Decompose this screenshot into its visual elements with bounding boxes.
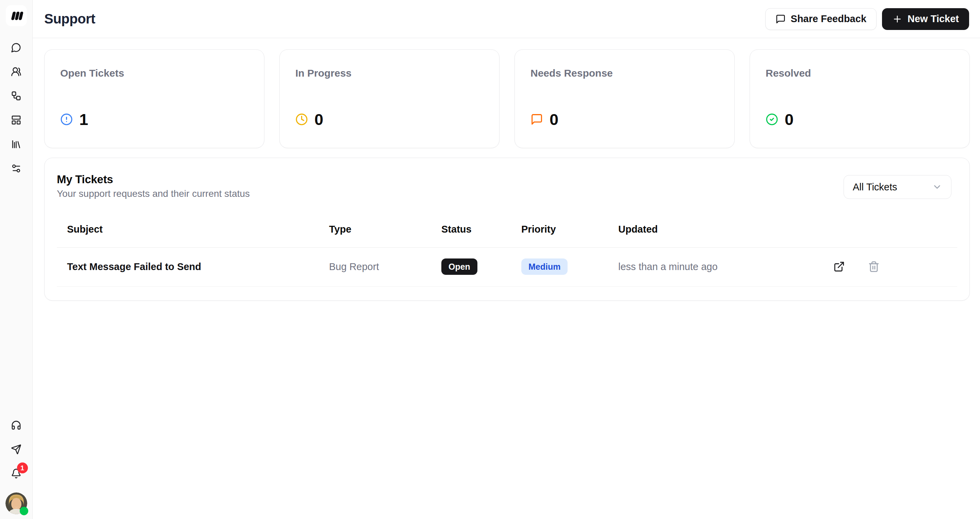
users-icon [11,66,21,77]
ticket-actions-cell [799,248,957,287]
external-link-icon [833,261,845,272]
stat-label: Resolved [765,67,954,79]
new-ticket-label: New Ticket [907,13,959,24]
column-header-actions [799,212,957,248]
new-ticket-button[interactable]: New Ticket [882,8,969,30]
plus-icon [892,14,902,24]
stats-row: Open Tickets 1 In Progress 0 Needs Respo… [44,50,970,148]
sidebar: 1 [0,0,33,519]
page-content: Open Tickets 1 In Progress 0 Needs Respo… [33,38,980,301]
message-square-icon [530,113,543,126]
stat-value-row: 0 [530,110,719,129]
stat-value: 0 [785,110,793,129]
column-header-status: Status [431,212,511,248]
priority-badge: Medium [521,259,568,275]
tickets-card-header: My Tickets Your support requests and the… [57,173,957,199]
send-icon [11,444,21,455]
ticket-filter-dropdown[interactable]: All Tickets [843,175,951,199]
sidebar-item-settings[interactable] [10,161,23,175]
trash-icon [868,261,880,272]
ticket-updated: less than a minute ago [608,248,799,287]
logo-icon [9,8,24,23]
app-root: 1 Support [0,0,980,519]
library-icon [11,139,21,150]
sidebar-item-support[interactable] [10,418,23,432]
column-header-updated: Updated [608,212,799,248]
settings-sliders-icon [11,163,21,174]
sidebar-item-contacts[interactable] [10,65,23,78]
tickets-title: My Tickets [57,173,250,186]
sidebar-item-dashboard[interactable] [10,113,23,127]
header-actions: Share Feedback New Ticket [765,8,969,30]
column-header-type: Type [319,212,431,248]
stat-value-row: 0 [295,110,484,129]
message-circle-icon [11,42,21,53]
my-tickets-card: My Tickets Your support requests and the… [44,158,970,301]
stat-value-row: 0 [765,110,954,129]
circle-check-icon [765,113,778,126]
main-area: Support Share Feedback New Ticket Open T… [33,0,980,519]
stat-label: Needs Response [530,67,719,79]
ticket-priority-cell: Medium [511,248,608,287]
ticket-status-cell: Open [431,248,511,287]
notification-badge: 1 [17,463,28,473]
stat-label: Open Tickets [60,67,248,79]
online-status-dot [20,507,28,515]
sidebar-item-notifications[interactable]: 1 [10,466,23,480]
stat-card-open-tickets: Open Tickets 1 [44,50,264,148]
chevron-down-icon [932,182,942,192]
dashboard-icon [11,115,21,125]
stat-value: 0 [550,110,558,129]
ticket-subject: Text Message Failed to Send [57,248,319,287]
ticket-row: Text Message Failed to Send Bug Report O… [57,248,957,287]
alert-circle-icon [60,113,73,126]
clock-icon [295,113,308,126]
sidebar-item-send[interactable] [10,442,23,456]
sidebar-nav-top [10,40,23,175]
open-ticket-button[interactable] [832,260,846,274]
page-header: Support Share Feedback New Ticket [33,0,980,38]
share-feedback-label: Share Feedback [791,13,866,24]
page-title: Support [44,11,95,27]
tickets-title-block: My Tickets Your support requests and the… [57,173,250,199]
headphones-icon [11,420,21,430]
ticket-type: Bug Report [319,248,431,287]
stat-card-needs-response: Needs Response 0 [514,50,735,148]
sidebar-item-workflows[interactable] [10,89,23,102]
share-feedback-button[interactable]: Share Feedback [765,8,877,30]
stat-value-row: 1 [60,110,248,129]
sidebar-nav-bottom: 1 [5,418,27,514]
tickets-subtitle: Your support requests and their current … [57,188,250,199]
sidebar-item-chat[interactable] [10,40,23,54]
app-logo[interactable] [6,5,27,26]
ticket-filter-value: All Tickets [853,182,897,193]
column-header-subject: Subject [57,212,319,248]
message-square-icon [775,14,786,24]
stat-label: In Progress [295,67,484,79]
stat-value: 1 [79,110,88,129]
stat-card-in-progress: In Progress 0 [279,50,500,148]
workflow-icon [11,91,21,101]
stat-card-resolved: Resolved 0 [749,50,970,148]
table-header-row: Subject Type Status Priority Updated [57,212,957,248]
tickets-table: Subject Type Status Priority Updated Tex… [57,212,957,287]
sidebar-item-library[interactable] [10,137,23,151]
column-header-priority: Priority [511,212,608,248]
delete-ticket-button[interactable] [867,260,881,274]
stat-value: 0 [314,110,323,129]
user-avatar[interactable] [5,492,27,514]
status-badge: Open [441,259,477,275]
